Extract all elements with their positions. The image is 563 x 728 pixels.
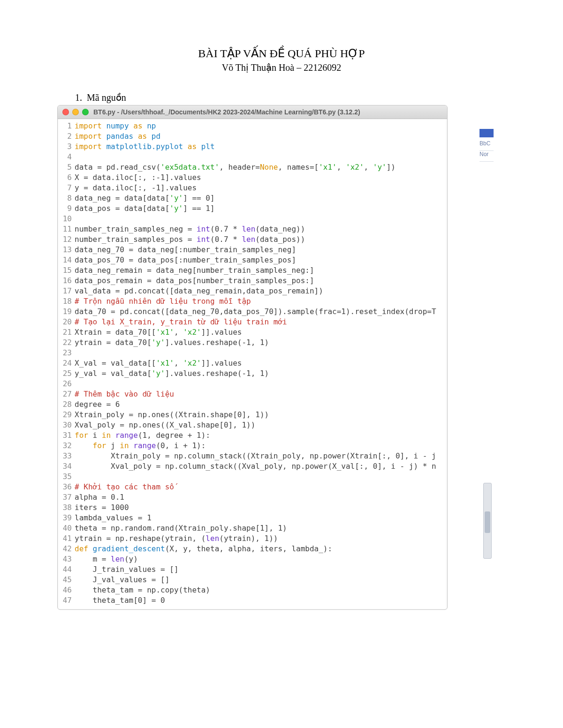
- code-text[interactable]: def gradient_descent(X, y, theta, alpha,…: [75, 544, 332, 554]
- code-text[interactable]: # Khởi tạo các tham số: [75, 482, 174, 492]
- window-title-bar[interactable]: BT6.py - /Users/thhoaf._/Documents/HK2 2…: [58, 105, 447, 119]
- code-line[interactable]: 47 theta_tam[0] = 0: [58, 595, 447, 606]
- code-line[interactable]: 3import matplotlib.pyplot as plt: [58, 142, 447, 152]
- code-line[interactable]: 16data_pos_remain = data_pos[number_trai…: [58, 276, 447, 286]
- code-line[interactable]: 27# Thêm bậc vào dữ liệu: [58, 389, 447, 399]
- code-editor[interactable]: 1import numpy as np2import pandas as pd3…: [58, 119, 447, 609]
- code-line[interactable]: 7y = data.iloc[:, -1].values: [58, 183, 447, 193]
- code-line[interactable]: 32 for j in range(0, i + 1):: [58, 441, 447, 451]
- code-line[interactable]: 31for i in range(1, degree + 1):: [58, 430, 447, 441]
- code-text[interactable]: ytrain = data_70['y'].values.reshape(-1,…: [75, 338, 269, 348]
- code-text[interactable]: degree = 6: [75, 399, 120, 410]
- code-line[interactable]: 30Xval_poly = np.ones((X_val.shape[0], 1…: [58, 420, 447, 430]
- code-line[interactable]: 4: [58, 152, 447, 162]
- code-text[interactable]: ytrain = np.reshape(ytrain, (len(ytrain)…: [75, 533, 278, 544]
- code-text[interactable]: import matplotlib.pyplot as plt: [75, 142, 215, 152]
- close-icon[interactable]: [62, 109, 69, 115]
- code-line[interactable]: 13data_neg_70 = data_neg[:number_train_s…: [58, 245, 447, 255]
- code-line[interactable]: 36# Khởi tạo các tham số: [58, 482, 447, 492]
- code-line[interactable]: 35: [58, 472, 447, 482]
- code-text[interactable]: theta_tam = np.copy(theta): [75, 585, 210, 595]
- code-line[interactable]: 28degree = 6: [58, 399, 447, 410]
- code-text[interactable]: # Thêm bậc vào dữ liệu: [75, 389, 174, 399]
- code-text[interactable]: data_neg_remain = data_neg[number_train_…: [75, 265, 314, 276]
- code-text[interactable]: X_val = val_data[['x1', 'x2']].values: [75, 358, 242, 368]
- code-line[interactable]: 11number_train_samples_neg = int(0.7 * l…: [58, 224, 447, 234]
- code-line[interactable]: 2import pandas as pd: [58, 131, 447, 142]
- line-number: 3: [58, 142, 75, 152]
- code-line[interactable]: 23: [58, 348, 447, 358]
- code-line[interactable]: 12number_train_samples_pos = int(0.7 * l…: [58, 234, 447, 245]
- code-text[interactable]: y = data.iloc[:, -1].values: [75, 183, 197, 193]
- code-line[interactable]: 45 J_val_values = []: [58, 575, 447, 585]
- code-text[interactable]: number_train_samples_pos = int(0.7 * len…: [75, 234, 305, 245]
- code-line[interactable]: 37alpha = 0.1: [58, 492, 447, 503]
- code-text[interactable]: [75, 348, 79, 358]
- code-line[interactable]: 41ytrain = np.reshape(ytrain, (len(ytrai…: [58, 533, 447, 544]
- code-text[interactable]: data_70 = pd.concat([data_neg_70,data_po…: [75, 307, 436, 317]
- code-line[interactable]: 10: [58, 214, 447, 224]
- code-text[interactable]: # Tạo lại X_train, y_train từ dữ liệu tr…: [75, 317, 287, 327]
- code-line[interactable]: 14data_pos_70 = data_pos[:number_train_s…: [58, 255, 447, 265]
- code-text[interactable]: theta = np.random.rand(Xtrain_poly.shape…: [75, 523, 287, 533]
- code-text[interactable]: data = pd.read_csv('ex5data.txt', header…: [75, 162, 396, 173]
- code-line[interactable]: 46 theta_tam = np.copy(theta): [58, 585, 447, 595]
- code-text[interactable]: [75, 472, 79, 482]
- code-text[interactable]: alpha = 0.1: [75, 492, 124, 503]
- code-line[interactable]: 39lambda_values = 1: [58, 513, 447, 523]
- code-line[interactable]: 44 J_train_values = []: [58, 564, 447, 575]
- code-line[interactable]: 15data_neg_remain = data_neg[number_trai…: [58, 265, 447, 276]
- code-text[interactable]: import numpy as np: [75, 121, 156, 131]
- code-text[interactable]: number_train_samples_neg = int(0.7 * len…: [75, 224, 305, 234]
- code-text[interactable]: data_pos = data[data['y'] == 1]: [75, 203, 215, 214]
- code-text[interactable]: theta_tam[0] = 0: [75, 595, 165, 606]
- code-line[interactable]: 21Xtrain = data_70[['x1', 'x2']].values: [58, 327, 447, 338]
- code-line[interactable]: 6X = data.iloc[:, :-1].values: [58, 173, 447, 183]
- code-text[interactable]: Xval_poly = np.column_stack((Xval_poly, …: [75, 461, 436, 472]
- code-text[interactable]: [75, 379, 79, 389]
- code-text[interactable]: Xval_poly = np.ones((X_val.shape[0], 1)): [75, 420, 255, 430]
- code-text[interactable]: J_val_values = []: [75, 575, 169, 585]
- code-text[interactable]: data_neg = data[data['y'] == 0]: [75, 193, 215, 203]
- code-text[interactable]: iters = 1000: [75, 503, 129, 513]
- code-text[interactable]: y_val = val_data['y'].values.reshape(-1,…: [75, 368, 269, 379]
- code-line[interactable]: 43 m = len(y): [58, 554, 447, 564]
- code-line[interactable]: 18# Trộn ngẫu nhiên dữ liệu trong mỗi tậ…: [58, 296, 447, 307]
- code-line[interactable]: 25y_val = val_data['y'].values.reshape(-…: [58, 368, 447, 379]
- code-text[interactable]: data_pos_70 = data_pos[:number_train_sam…: [75, 255, 296, 265]
- code-text[interactable]: [75, 152, 79, 162]
- code-line[interactable]: 24X_val = val_data[['x1', 'x2']].values: [58, 358, 447, 368]
- code-text[interactable]: # Trộn ngẫu nhiên dữ liệu trong mỗi tập: [75, 296, 251, 307]
- code-line[interactable]: 8data_neg = data[data['y'] == 0]: [58, 193, 447, 203]
- code-text[interactable]: data_neg_70 = data_neg[:number_train_sam…: [75, 245, 296, 255]
- code-text[interactable]: Xtrain = data_70[['x1', 'x2']].values: [75, 327, 242, 338]
- code-text[interactable]: import pandas as pd: [75, 131, 160, 142]
- code-text[interactable]: lambda_values = 1: [75, 513, 152, 523]
- code-text[interactable]: for j in range(0, i + 1):: [75, 441, 205, 451]
- code-line[interactable]: 42def gradient_descent(X, y, theta, alph…: [58, 544, 447, 554]
- code-line[interactable]: 33 Xtrain_poly = np.column_stack((Xtrain…: [58, 451, 447, 461]
- code-text[interactable]: val_data = pd.concat([data_neg_remain,da…: [75, 286, 323, 296]
- code-line[interactable]: 19data_70 = pd.concat([data_neg_70,data_…: [58, 307, 447, 317]
- minimize-icon[interactable]: [72, 109, 79, 115]
- code-line[interactable]: 17val_data = pd.concat([data_neg_remain,…: [58, 286, 447, 296]
- code-line[interactable]: 26: [58, 379, 447, 389]
- code-text[interactable]: X = data.iloc[:, :-1].values: [75, 173, 201, 183]
- code-line[interactable]: 38iters = 1000: [58, 503, 447, 513]
- code-text[interactable]: m = len(y): [75, 554, 138, 564]
- code-text[interactable]: Xtrain_poly = np.ones((Xtrain.shape[0], …: [75, 410, 269, 420]
- code-line[interactable]: 20# Tạo lại X_train, y_train từ dữ liệu …: [58, 317, 447, 327]
- code-line[interactable]: 34 Xval_poly = np.column_stack((Xval_pol…: [58, 461, 447, 472]
- code-line[interactable]: 9data_pos = data[data['y'] == 1]: [58, 203, 447, 214]
- code-line[interactable]: 40theta = np.random.rand(Xtrain_poly.sha…: [58, 523, 447, 533]
- code-line[interactable]: 1import numpy as np: [58, 121, 447, 131]
- code-text[interactable]: [75, 214, 79, 224]
- code-text[interactable]: data_pos_remain = data_pos[number_train_…: [75, 276, 314, 286]
- code-line[interactable]: 29Xtrain_poly = np.ones((Xtrain.shape[0]…: [58, 410, 447, 420]
- code-text[interactable]: Xtrain_poly = np.column_stack((Xtrain_po…: [75, 451, 436, 461]
- code-text[interactable]: J_train_values = []: [75, 564, 179, 575]
- code-line[interactable]: 5data = pd.read_csv('ex5data.txt', heade…: [58, 162, 447, 173]
- zoom-icon[interactable]: [82, 109, 89, 115]
- code-line[interactable]: 22ytrain = data_70['y'].values.reshape(-…: [58, 338, 447, 348]
- code-text[interactable]: for i in range(1, degree + 1):: [75, 430, 210, 441]
